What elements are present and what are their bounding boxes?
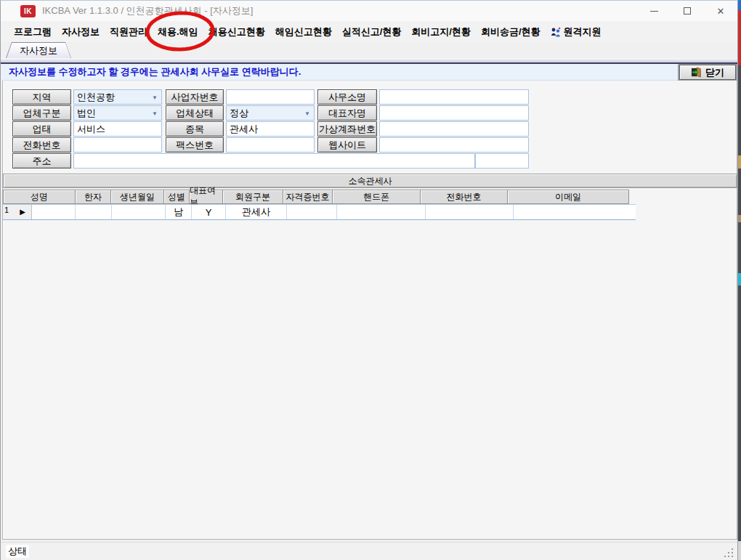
notice-bar: 자사정보를 수정하고자 할 경우에는 관세사회 사무실로 연락바랍니다. 닫기 bbox=[2, 64, 737, 81]
label-company-type: 업체구분 bbox=[12, 105, 71, 121]
maximize-button[interactable] bbox=[671, 1, 704, 21]
grid-header-row: 성명 한자 생년월일 성별 대표여부 회원구분 자격증번호 핸드폰 전화번호 이… bbox=[3, 190, 629, 204]
business-category-input[interactable] bbox=[73, 121, 162, 137]
notice-bar-right: 닫기 bbox=[678, 64, 737, 81]
menu-staff-management[interactable]: 직원관리 bbox=[105, 25, 153, 38]
remote-support-icon bbox=[551, 27, 561, 37]
cell-representative[interactable]: Y bbox=[192, 205, 226, 219]
desktop-bleed bbox=[738, 0, 741, 560]
menu-fee-remittance[interactable]: 회비송금/현황 bbox=[476, 25, 546, 38]
grid-title: 소속관세사 bbox=[3, 174, 737, 188]
col-header-gender[interactable]: 성별 bbox=[163, 190, 190, 204]
company-type-select[interactable]: 법인 ▼ bbox=[73, 105, 162, 121]
company-status-select[interactable]: 정상 ▼ bbox=[226, 105, 315, 121]
label-office-name: 사무소명 bbox=[317, 89, 377, 105]
tab-company-info[interactable]: 자사정보 bbox=[6, 42, 71, 58]
cell-license-number[interactable] bbox=[287, 205, 337, 219]
label-website: 웹사이트 bbox=[317, 137, 377, 153]
menu-hire-report-status[interactable]: 채용신고현황 bbox=[203, 25, 270, 38]
business-number-input[interactable] bbox=[226, 89, 315, 105]
dropdown-arrow-icon: ▼ bbox=[304, 110, 310, 117]
dropdown-arrow-icon: ▼ bbox=[152, 94, 158, 101]
desktop-bleed-segment bbox=[738, 273, 741, 285]
desktop-bleed-segment bbox=[738, 541, 741, 560]
menu-bar: 프로그램 자사정보 직원관리 채용.해임 채용신고현황 해임신고현황 실적신고/… bbox=[1, 21, 737, 42]
desktop-bleed-segment bbox=[738, 0, 741, 10]
app-window: IK IKCBA Ver 1.1.3.0 / 인천공항관세사회 - [자사정보]… bbox=[0, 0, 738, 560]
col-header-representative[interactable]: 대표여부 bbox=[189, 190, 223, 204]
website-input[interactable] bbox=[379, 137, 529, 153]
office-name-input[interactable] bbox=[379, 89, 529, 105]
close-icon: ✕ bbox=[717, 6, 725, 17]
menu-dismiss-report-status[interactable]: 해임신고현황 bbox=[270, 25, 337, 38]
row-number: 1 bbox=[4, 206, 9, 214]
cell-birthdate[interactable] bbox=[112, 205, 166, 219]
desktop-bleed-segment bbox=[738, 10, 741, 65]
window-controls: ✕ bbox=[637, 1, 737, 21]
label-phone-number: 전화번호 bbox=[12, 137, 71, 153]
minimize-icon bbox=[650, 11, 658, 12]
resize-grip-icon[interactable] bbox=[723, 547, 733, 557]
col-header-birthdate[interactable]: 생년월일 bbox=[110, 190, 164, 204]
label-virtual-account: 가상계좌번호 bbox=[317, 121, 377, 137]
col-header-license-number[interactable]: 자격증번호 bbox=[283, 190, 333, 204]
menu-remote-support[interactable]: 원격지원 bbox=[546, 25, 607, 38]
col-header-hanja[interactable]: 한자 bbox=[75, 190, 111, 204]
menu-fee-notice[interactable]: 회비고지/현황 bbox=[406, 25, 476, 38]
col-header-email[interactable]: 이메일 bbox=[507, 190, 629, 204]
col-header-member-type[interactable]: 회원구분 bbox=[222, 190, 283, 204]
address-extra-input[interactable] bbox=[475, 153, 529, 169]
label-company-status: 업체상태 bbox=[166, 105, 224, 121]
status-bar: 상태 bbox=[1, 542, 737, 560]
address-input[interactable] bbox=[73, 153, 475, 169]
notice-message: 자사정보를 수정하고자 할 경우에는 관세사회 사무실로 연락바랍니다. bbox=[2, 64, 678, 81]
col-header-phone[interactable]: 전화번호 bbox=[420, 190, 508, 204]
col-header-mobile[interactable]: 핸드폰 bbox=[332, 190, 421, 204]
cell-mobile[interactable] bbox=[337, 205, 426, 219]
menu-remote-support-label: 원격지원 bbox=[564, 25, 602, 38]
door-exit-icon bbox=[691, 67, 702, 78]
cell-hanja[interactable] bbox=[76, 205, 112, 219]
tab-strip: 자사정보 bbox=[1, 42, 737, 62]
region-select[interactable]: 인천공항 ▼ bbox=[73, 89, 162, 105]
label-business-category: 업태 bbox=[12, 121, 71, 137]
desktop-bleed-segment bbox=[738, 215, 741, 222]
window-title: IKCBA Ver 1.1.3.0 / 인천공항관세사회 - [자사정보] bbox=[42, 4, 253, 17]
maximize-icon bbox=[684, 7, 691, 15]
menu-program[interactable]: 프로그램 bbox=[9, 25, 57, 38]
company-type-value: 법인 bbox=[77, 107, 96, 120]
fax-number-input[interactable] bbox=[226, 137, 315, 153]
label-fax-number: 팩스번호 bbox=[166, 137, 224, 153]
title-bar: IK IKCBA Ver 1.1.3.0 / 인천공항관세사회 - [자사정보]… bbox=[1, 1, 737, 21]
row-indicator: 1 ▶ bbox=[3, 205, 32, 219]
dropdown-arrow-icon: ▼ bbox=[152, 110, 158, 117]
cell-gender[interactable]: 남 bbox=[166, 205, 192, 219]
close-button[interactable]: 닫기 bbox=[679, 65, 736, 80]
representative-name-input[interactable] bbox=[379, 105, 529, 121]
menu-company-info[interactable]: 자사정보 bbox=[57, 25, 105, 38]
table-row[interactable]: 1 ▶ 남 Y 관세사 bbox=[3, 204, 636, 220]
cell-name[interactable] bbox=[32, 205, 76, 219]
minimize-button[interactable] bbox=[637, 1, 671, 21]
label-business-number: 사업자번호 bbox=[166, 89, 224, 105]
cell-phone[interactable] bbox=[426, 205, 514, 219]
business-item-input[interactable] bbox=[226, 121, 315, 137]
cell-email[interactable] bbox=[514, 205, 636, 219]
cell-member-type[interactable]: 관세사 bbox=[226, 205, 287, 219]
status-label: 상태 bbox=[6, 545, 29, 558]
menu-performance-report[interactable]: 실적신고/현황 bbox=[337, 25, 407, 38]
close-button-label: 닫기 bbox=[705, 66, 724, 79]
region-value: 인천공항 bbox=[77, 91, 115, 104]
row-marker-icon: ▶ bbox=[20, 208, 25, 216]
company-status-value: 정상 bbox=[230, 107, 248, 120]
menu-hire-dismiss[interactable]: 채용.해임 bbox=[153, 25, 203, 38]
label-representative-name: 대표자명 bbox=[317, 105, 377, 121]
label-region: 지역 bbox=[12, 89, 71, 105]
label-business-item: 종목 bbox=[166, 121, 224, 137]
col-header-name[interactable]: 성명 bbox=[3, 190, 76, 204]
tab-company-info-label: 자사정보 bbox=[20, 44, 57, 57]
virtual-account-input[interactable] bbox=[379, 121, 529, 137]
desktop-bleed-segment bbox=[738, 155, 741, 169]
phone-number-input[interactable] bbox=[73, 137, 162, 153]
close-window-button[interactable]: ✕ bbox=[704, 1, 737, 21]
